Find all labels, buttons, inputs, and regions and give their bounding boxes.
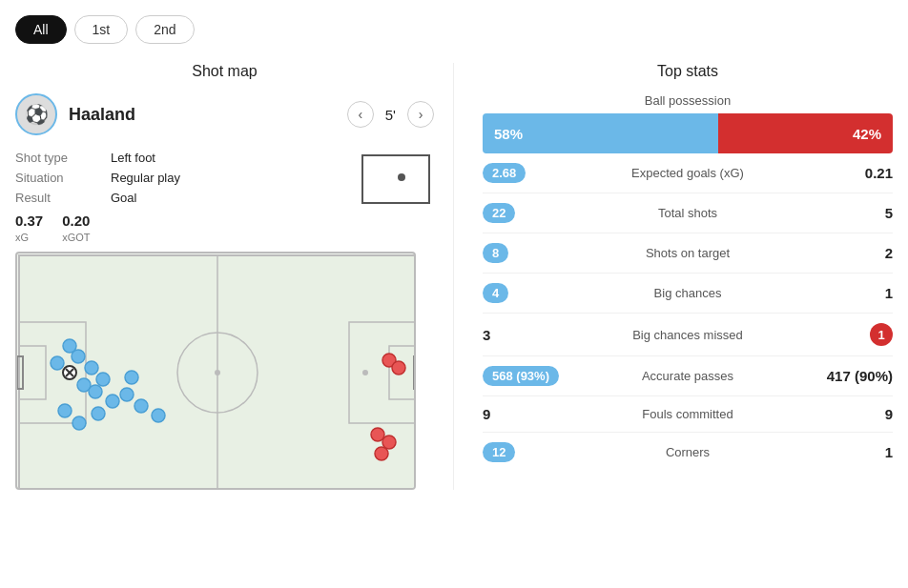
shot-dot xyxy=(392,361,405,375)
stat-row-totalshots: 22 Total shots 5 xyxy=(483,193,893,233)
svg-point-1 xyxy=(398,173,405,181)
pitch-container xyxy=(15,252,416,490)
shot-dot xyxy=(375,447,388,460)
shot-map-title: Shot map xyxy=(15,63,434,80)
svg-point-5 xyxy=(215,370,220,375)
home-xg-badge: 2.68 xyxy=(483,163,526,183)
xg-item: 0.37 xG xyxy=(15,213,43,244)
stat-home-passes: 568 (93%) xyxy=(483,366,559,386)
pitch-svg xyxy=(17,253,416,490)
xgot-label: xGOT xyxy=(62,232,90,243)
possession-bar: 58% 42% xyxy=(483,113,893,153)
stat-home-corners: 12 xyxy=(483,442,559,462)
svg-rect-11 xyxy=(414,356,416,389)
home-bigchancesmissed-value: 3 xyxy=(483,327,490,343)
shot-dot xyxy=(134,399,148,413)
situation-label: Situation xyxy=(15,171,111,185)
stat-home-bigchancesmissed: 3 xyxy=(483,327,559,343)
stat-away-totalshots: 5 xyxy=(816,205,893,221)
stat-row-sot: 8 Shots on target 2 xyxy=(483,233,893,274)
situation-value: Regular play xyxy=(111,171,348,185)
tab-all[interactable]: All xyxy=(15,15,67,44)
shot-dot xyxy=(58,404,72,417)
shot-map-section: Shot map ⚽ Haaland ‹ 5' › Shot type Left… xyxy=(15,63,454,490)
shot-time: 5' xyxy=(385,107,396,123)
goal-diagram xyxy=(358,151,434,211)
shot-type-value: Left foot xyxy=(111,151,348,165)
shot-dot xyxy=(120,388,134,401)
stat-label-totalshots: Total shots xyxy=(559,206,816,220)
stat-row-fouls: 9 Fouls committed 9 xyxy=(483,396,893,433)
avatar: ⚽ xyxy=(15,93,57,135)
svg-point-13 xyxy=(362,370,368,375)
home-corners-badge: 12 xyxy=(483,442,515,462)
xg-values: 0.37 xG 0.20 xGOT xyxy=(15,213,348,244)
goal-svg xyxy=(358,151,434,208)
stat-row-xg: 2.68 Expected goals (xG) 0.21 xyxy=(483,153,893,193)
shot-dot xyxy=(85,361,98,375)
result-value: Goal xyxy=(111,191,348,205)
top-stats-section: Top stats Ball possession 58% 42% 2.68 E… xyxy=(454,63,893,490)
stats-rows: 2.68 Expected goals (xG) 0.21 22 Total s… xyxy=(483,153,893,472)
possession-home: 58% xyxy=(483,113,718,153)
xg-label: xG xyxy=(15,232,29,243)
xg-number: 0.37 xyxy=(15,213,43,229)
stat-label-bigchances: Big chances xyxy=(559,286,816,300)
stat-label-sot: Shots on target xyxy=(559,246,816,260)
stat-away-bigchancesmissed: 1 xyxy=(816,323,893,346)
shot-type-label: Shot type xyxy=(15,151,111,165)
shot-dot xyxy=(106,395,119,408)
period-tabs: All 1st 2nd xyxy=(15,15,893,44)
stat-row-bigchances: 4 Big chances 1 xyxy=(483,274,893,314)
xgot-number: 0.20 xyxy=(62,213,90,229)
shot-dot xyxy=(152,409,165,422)
xgot-item: 0.20 xGOT xyxy=(62,213,90,244)
shot-dot xyxy=(96,373,110,386)
stat-home-xg: 2.68 xyxy=(483,163,559,183)
stat-home-totalshots: 22 xyxy=(483,203,559,223)
result-label: Result xyxy=(15,191,111,205)
stat-away-sot: 2 xyxy=(816,245,893,261)
stat-away-corners: 1 xyxy=(816,444,893,460)
stat-away-xg: 0.21 xyxy=(816,165,893,181)
shot-dot xyxy=(63,339,76,353)
stat-away-bigchances: 1 xyxy=(816,285,893,301)
shot-info-area: Shot type Left foot Situation Regular pl… xyxy=(15,151,434,244)
prev-shot-button[interactable]: ‹ xyxy=(347,101,374,128)
possession-away: 42% xyxy=(718,113,893,153)
stat-row-bigchancesmissed: 3 Big chances missed 1 xyxy=(483,314,893,356)
next-shot-button[interactable]: › xyxy=(407,101,434,128)
player-bar: ⚽ Haaland ‹ 5' › xyxy=(15,93,434,135)
tab-2nd[interactable]: 2nd xyxy=(135,15,194,44)
tab-1st[interactable]: 1st xyxy=(74,15,129,44)
home-fouls-value: 9 xyxy=(483,406,490,422)
home-passes-badge: 568 (93%) xyxy=(483,366,559,386)
stat-label-corners: Corners xyxy=(559,445,816,459)
home-bigchances-badge: 4 xyxy=(483,283,508,303)
shot-dot xyxy=(72,416,86,430)
shot-details: Shot type Left foot Situation Regular pl… xyxy=(15,151,348,244)
stat-row-passes: 568 (93%) Accurate passes 417 (90%) xyxy=(483,356,893,396)
shot-dot xyxy=(89,385,102,398)
shot-dot xyxy=(125,371,138,384)
home-totalshots-badge: 22 xyxy=(483,203,515,223)
player-name: Haaland xyxy=(69,105,336,125)
stat-label-bigchancesmissed: Big chances missed xyxy=(559,328,816,342)
stat-away-fouls: 9 xyxy=(816,406,893,422)
possession-label: Ball possession xyxy=(483,93,893,108)
home-sot-badge: 8 xyxy=(483,243,508,263)
away-bigchancesmissed-badge: 1 xyxy=(870,323,893,346)
shot-dot xyxy=(51,356,64,370)
stat-away-passes: 417 (90%) xyxy=(816,368,893,384)
main-content: Shot map ⚽ Haaland ‹ 5' › Shot type Left… xyxy=(15,63,893,490)
stat-home-bigchances: 4 xyxy=(483,283,559,303)
stat-home-fouls: 9 xyxy=(483,406,559,422)
stat-label-xg: Expected goals (xG) xyxy=(559,166,816,180)
stat-label-passes: Accurate passes xyxy=(559,369,816,383)
stat-home-sot: 8 xyxy=(483,243,559,263)
stat-label-fouls: Fouls committed xyxy=(559,407,816,421)
stat-row-corners: 12 Corners 1 xyxy=(483,433,893,472)
svg-rect-0 xyxy=(362,155,429,203)
top-stats-title: Top stats xyxy=(483,63,893,80)
shot-dot xyxy=(92,407,105,420)
